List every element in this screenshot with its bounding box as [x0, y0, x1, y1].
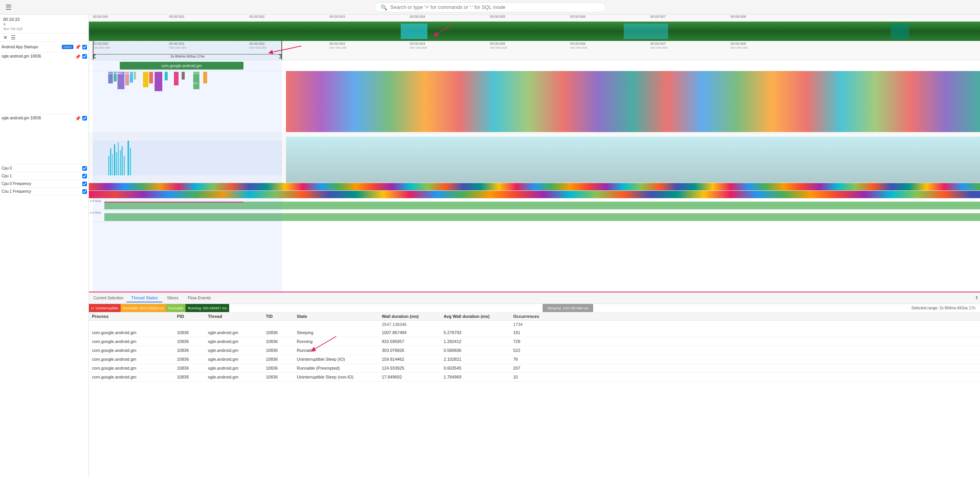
- table-row[interactable]: com.google.android.gm 10836 ogle.android…: [89, 328, 980, 337]
- col-state: State: [297, 314, 382, 319]
- cell-process: com.google.android.gm: [92, 366, 177, 370]
- cell-tid: 10836: [266, 339, 297, 344]
- table-row[interactable]: com.google.android.gm 10836 ogle.android…: [89, 364, 980, 373]
- menu-icon[interactable]: ☰: [11, 34, 16, 41]
- track-name-cpu1: Cpu 1: [2, 174, 81, 178]
- summary-wall: 2547.138346: [382, 322, 444, 327]
- track-name-ogle-1: ogle.android.gm 10836: [2, 54, 73, 58]
- track-checkbox-2[interactable]: [82, 54, 87, 59]
- overview-bar[interactable]: [89, 22, 980, 41]
- freq1-bar: [104, 213, 980, 221]
- svg-rect-9: [120, 150, 121, 175]
- cell-pid: 10836: [177, 348, 208, 353]
- cell-occ: 728: [513, 339, 560, 344]
- cell-thread: ogle.android.gm: [208, 348, 266, 353]
- tracks-area[interactable]: com.google.android.gm: [89, 60, 980, 292]
- col-tid: TID: [266, 314, 297, 319]
- track-checkbox-cpu0[interactable]: [82, 166, 87, 171]
- table-header: Process PID Thread TID State Wall durati…: [89, 312, 980, 321]
- table-row[interactable]: com.google.android.gm 10836 ogle.android…: [89, 346, 980, 355]
- cell-process: com.google.android.gm: [92, 330, 177, 335]
- expand-icon[interactable]: ⇑: [975, 295, 978, 300]
- detail-ruler[interactable]: 2s 804ms 843us 17ns 00:00:000000 000 000…: [89, 41, 980, 60]
- main-layout: 00:16:33 + 364 785 828 ✕ ☰ Android App S…: [0, 15, 980, 477]
- track-checkbox[interactable]: [82, 45, 87, 49]
- state-bar-row: U Uninterruptible Runnable: 303.076826 m…: [89, 304, 980, 312]
- svg-rect-2: [93, 141, 282, 175]
- slice[interactable]: [143, 72, 148, 87]
- track-pin[interactable]: 📌: [75, 44, 81, 50]
- cpu1-track: [89, 191, 980, 198]
- table-summary-row: 2547.138346 1734: [89, 321, 980, 328]
- tab-flow-events[interactable]: Flow Events: [183, 294, 216, 302]
- cell-thread: ogle.android.gm: [208, 339, 266, 344]
- cell-avg-wall: 5.276793: [444, 330, 513, 335]
- tab-thread-states[interactable]: Thread States: [126, 294, 162, 302]
- slice[interactable]: [182, 72, 185, 80]
- col-wall: Wall duration (ms): [382, 314, 444, 319]
- cell-avg-wall: 2.102821: [444, 357, 513, 362]
- cell-tid: 10836: [266, 375, 297, 379]
- track-row-android-startups: Android App Startups metric 📌: [0, 42, 88, 53]
- cell-process: com.google.android.gm: [92, 357, 177, 362]
- slice[interactable]: [155, 72, 162, 91]
- col-occ: Occurrences: [513, 314, 560, 319]
- cpu0-track: [89, 183, 980, 190]
- search-bar[interactable]: 🔍: [374, 2, 606, 12]
- current-selection-label: Current Selection: [90, 296, 126, 300]
- track-checkbox-cpu0-freq[interactable]: [82, 182, 87, 186]
- cell-wall: 303.076826: [382, 348, 444, 353]
- track-checkbox-cpu1-freq[interactable]: [82, 189, 87, 194]
- track-row-cpu0: Cpu 0: [0, 165, 88, 172]
- cell-avg-wall: 0.580606: [444, 348, 513, 353]
- svg-rect-7: [116, 152, 117, 175]
- left-panel: 00:16:33 + 364 785 828 ✕ ☰ Android App S…: [0, 15, 89, 477]
- svg-rect-10: [122, 146, 122, 175]
- search-input[interactable]: [390, 4, 599, 10]
- track-checkbox-cpu1[interactable]: [82, 174, 87, 178]
- cell-state: Sleeping: [297, 330, 382, 335]
- col-pid: PID: [177, 314, 208, 319]
- track-row-cpu1-freq: Cou 1 Frequency: [0, 188, 88, 195]
- tab-slices[interactable]: Slices: [162, 294, 183, 302]
- slice[interactable]: [149, 72, 153, 83]
- table-row[interactable]: com.google.android.gm 10836 ogle.android…: [89, 337, 980, 346]
- thread-activity-right: [286, 71, 980, 132]
- cell-thread: ogle.android.gm: [208, 357, 266, 362]
- slice[interactable]: [165, 72, 168, 80]
- cell-state: Runnable (Preempted): [297, 366, 382, 370]
- plus-icon[interactable]: +: [3, 22, 6, 27]
- cell-process: com.google.android.gm: [92, 348, 177, 353]
- selected-range-label: Selected range: 2s 804ms 843us 17n: [907, 306, 980, 310]
- summary-occ: 1734: [513, 322, 560, 327]
- track-name-cpu0-freq: Cpu 0 Frequency: [2, 182, 81, 186]
- state-running: Running: 933.595957 ms: [185, 304, 229, 312]
- cell-avg-wall: 0.603545: [444, 366, 513, 370]
- table-row[interactable]: com.google.android.gm 10836 ogle.android…: [89, 373, 980, 382]
- track-pin-2[interactable]: 📌: [75, 54, 81, 59]
- bottom-tabs: Current Selection Thread States Slices F…: [89, 292, 980, 304]
- state-runnable-val: Runnable: 303.076826 ms: [121, 304, 166, 312]
- cell-wall: 124.933925: [382, 366, 444, 370]
- slice[interactable]: [134, 72, 136, 80]
- track-name-cpu0: Cpu 0: [2, 166, 81, 170]
- track-checkbox-3[interactable]: [82, 116, 87, 121]
- slice[interactable]: [203, 72, 207, 83]
- cell-tid: 10836: [266, 330, 297, 335]
- slice[interactable]: [174, 72, 179, 85]
- freq1-label: 2.5 GHz: [90, 211, 101, 214]
- track-pin-3[interactable]: 📌: [75, 116, 81, 121]
- search-icon: 🔍: [381, 4, 387, 10]
- table-row[interactable]: com.google.android.gm 10836 ogle.android…: [89, 355, 980, 364]
- time-ruler-top: 00:00:000 00:00:001 00:00:002 00:00:003 …: [89, 15, 980, 22]
- cell-tid: 10836: [266, 357, 297, 362]
- freq0-label: 2.5 GHz: [90, 199, 101, 203]
- cell-state: Running: [297, 339, 382, 344]
- cell-pid: 10836: [177, 366, 208, 370]
- cell-occ: 76: [513, 357, 560, 362]
- close-selection-icon[interactable]: ✕: [3, 34, 8, 41]
- col-avg-wall: Avg Wall duration (ms): [444, 314, 513, 319]
- track-name-android-startups: Android App Startups: [2, 45, 60, 49]
- hamburger-menu[interactable]: ☰: [5, 3, 12, 12]
- cell-pid: 10836: [177, 357, 208, 362]
